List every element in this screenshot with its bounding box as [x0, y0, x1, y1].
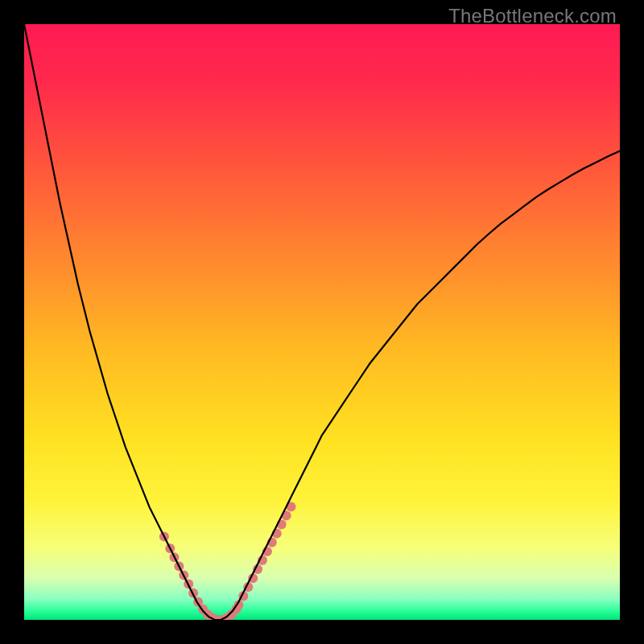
curve-line [24, 24, 620, 620]
chart-frame: TheBottleneck.com [0, 0, 644, 644]
bottleneck-curve [24, 24, 620, 620]
curve-markers [159, 502, 296, 620]
plot-area [24, 24, 620, 620]
